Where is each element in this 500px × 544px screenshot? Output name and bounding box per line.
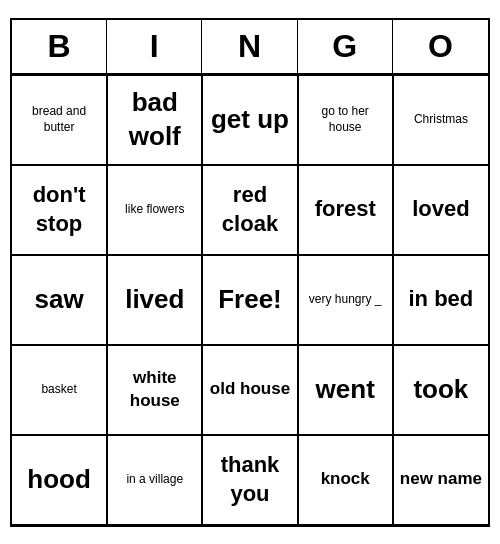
cell-text-12: Free! <box>218 283 282 317</box>
cell-text-23: knock <box>321 468 370 490</box>
bingo-cell-14[interactable]: in bed <box>393 255 488 345</box>
bingo-cell-13[interactable]: very hungry _ <box>298 255 393 345</box>
bingo-grid: bread and butterbad wolfget upgo to her … <box>12 75 488 525</box>
header-letter-i: I <box>107 20 202 73</box>
cell-text-5: don't stop <box>18 181 100 238</box>
bingo-cell-19[interactable]: took <box>393 345 488 435</box>
bingo-cell-21[interactable]: in a village <box>107 435 202 525</box>
cell-text-16: white house <box>114 367 195 411</box>
cell-text-15: basket <box>41 382 76 398</box>
cell-text-18: went <box>316 373 375 407</box>
cell-text-24: new name <box>400 468 482 490</box>
cell-text-21: in a village <box>126 472 183 488</box>
bingo-cell-17[interactable]: old house <box>202 345 297 435</box>
bingo-cell-18[interactable]: went <box>298 345 393 435</box>
cell-text-4: Christmas <box>414 112 468 128</box>
bingo-cell-16[interactable]: white house <box>107 345 202 435</box>
cell-text-17: old house <box>210 378 290 400</box>
cell-text-13: very hungry _ <box>309 292 382 308</box>
bingo-cell-12[interactable]: Free! <box>202 255 297 345</box>
bingo-header: BINGO <box>12 20 488 75</box>
cell-text-8: forest <box>315 195 376 224</box>
bingo-cell-24[interactable]: new name <box>393 435 488 525</box>
bingo-cell-8[interactable]: forest <box>298 165 393 255</box>
bingo-cell-1[interactable]: bad wolf <box>107 75 202 165</box>
header-letter-o: O <box>393 20 488 73</box>
cell-text-9: loved <box>412 195 469 224</box>
cell-text-10: saw <box>35 283 84 317</box>
bingo-cell-11[interactable]: lived <box>107 255 202 345</box>
bingo-cell-22[interactable]: thank you <box>202 435 297 525</box>
bingo-cell-20[interactable]: hood <box>12 435 107 525</box>
bingo-cell-7[interactable]: red cloak <box>202 165 297 255</box>
bingo-cell-6[interactable]: like flowers <box>107 165 202 255</box>
bingo-cell-3[interactable]: go to her house <box>298 75 393 165</box>
cell-text-22: thank you <box>209 451 290 508</box>
cell-text-19: took <box>413 373 468 407</box>
cell-text-11: lived <box>125 283 184 317</box>
bingo-cell-4[interactable]: Christmas <box>393 75 488 165</box>
bingo-cell-2[interactable]: get up <box>202 75 297 165</box>
header-letter-n: N <box>202 20 297 73</box>
header-letter-g: G <box>298 20 393 73</box>
bingo-cell-15[interactable]: basket <box>12 345 107 435</box>
cell-text-0: bread and butter <box>18 104 100 135</box>
cell-text-7: red cloak <box>209 181 290 238</box>
bingo-card: BINGO bread and butterbad wolfget upgo t… <box>10 18 490 527</box>
bingo-cell-23[interactable]: knock <box>298 435 393 525</box>
cell-text-14: in bed <box>409 285 474 314</box>
bingo-cell-9[interactable]: loved <box>393 165 488 255</box>
cell-text-1: bad wolf <box>114 86 195 154</box>
header-letter-b: B <box>12 20 107 73</box>
cell-text-6: like flowers <box>125 202 184 218</box>
bingo-cell-0[interactable]: bread and butter <box>12 75 107 165</box>
cell-text-3: go to her house <box>305 104 386 135</box>
bingo-cell-5[interactable]: don't stop <box>12 165 107 255</box>
bingo-cell-10[interactable]: saw <box>12 255 107 345</box>
cell-text-2: get up <box>211 103 289 137</box>
cell-text-20: hood <box>27 463 91 497</box>
